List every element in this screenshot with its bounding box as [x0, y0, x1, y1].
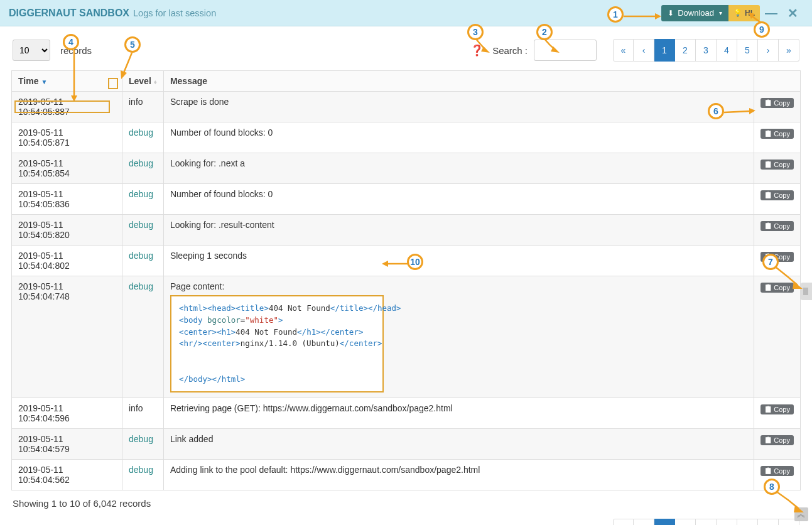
table-row: 2019-05-11 10:54:05:871debugNumber of fo… — [12, 122, 801, 153]
page-2[interactable]: 2 — [675, 519, 696, 525]
copy-button[interactable]: Copy — [761, 404, 794, 414]
table-row: 2019-05-11 10:54:05:887infoScrape is don… — [12, 92, 801, 122]
cell-time: 2019-05-11 10:54:05:871 — [12, 122, 122, 153]
records-select[interactable]: 10 — [13, 40, 50, 61]
scroll-top-button[interactable]: ︽ — [794, 507, 808, 521]
level-badge: debug — [129, 220, 153, 230]
copy-button[interactable]: Copy — [761, 160, 794, 170]
page-nav[interactable]: « — [613, 519, 634, 525]
toolbar: 10 records ❓ Search : «‹12345›» — [0, 26, 812, 68]
page-1[interactable]: 1 — [654, 39, 675, 62]
level-badge: debug — [129, 434, 153, 444]
page-nav[interactable]: › — [758, 39, 779, 62]
panel-subtitle: Logs for last session — [133, 8, 216, 18]
copy-button[interactable]: Copy — [761, 129, 794, 139]
cell-message: Link added — [163, 429, 754, 460]
cell-message: Retrieving page (GET): https://www.digge… — [163, 398, 754, 429]
level-badge: debug — [129, 281, 153, 291]
level-badge: debug — [129, 189, 153, 199]
level-badge: info — [129, 97, 143, 107]
level-badge: debug — [129, 158, 153, 168]
panel-header: DIGGERNAUT SANDBOX Logs for last session… — [0, 0, 812, 26]
search-label: Search : — [492, 45, 528, 56]
page-nav[interactable]: › — [758, 519, 779, 525]
cell-message: Scrape is done — [163, 92, 754, 122]
code-box: <html><head><title>404 Not Found</title>… — [170, 295, 384, 392]
table-row: 2019-05-11 10:54:04:596infoRetrieving pa… — [12, 398, 801, 429]
cell-time: 2019-05-11 10:54:04:579 — [12, 429, 122, 460]
cell-message: Adding link to the pool default: https:/… — [163, 460, 754, 490]
minimize-button[interactable]: — — [760, 6, 782, 20]
cell-message: Page content:<html><head><title>404 Not … — [163, 276, 754, 398]
page-5[interactable]: 5 — [737, 519, 758, 525]
pagination-bottom: «‹12345›» — [613, 519, 799, 525]
cell-message: Looking for: .next a — [163, 153, 754, 184]
page-4[interactable]: 4 — [717, 39, 737, 62]
col-time[interactable]: Time▼ — [12, 71, 122, 92]
page-3[interactable]: 3 — [696, 39, 717, 62]
col-actions — [754, 71, 801, 92]
level-badge: debug — [129, 465, 153, 475]
search-input[interactable] — [534, 40, 597, 61]
cell-time: 2019-05-11 10:54:04:562 — [12, 460, 122, 490]
copy-button[interactable]: Copy — [761, 98, 794, 108]
highlight-button[interactable]: HL — [728, 5, 760, 21]
page-nav[interactable]: ‹ — [634, 519, 654, 525]
page-4[interactable]: 4 — [717, 519, 737, 525]
page-1[interactable]: 1 — [654, 519, 675, 525]
cell-time: 2019-05-11 10:54:04:802 — [12, 246, 122, 276]
table-row: 2019-05-11 10:54:05:836debugNumber of fo… — [12, 184, 801, 215]
copy-button[interactable]: Copy — [761, 466, 794, 476]
panel-title: DIGGERNAUT SANDBOX — [9, 8, 129, 19]
cell-message: Looking for: .result-content — [163, 215, 754, 246]
level-badge: debug — [129, 127, 153, 138]
cell-time: 2019-05-11 10:54:04:596 — [12, 398, 122, 429]
download-button[interactable]: Download — [661, 5, 728, 21]
table-row: 2019-05-11 10:54:04:802debugSleeping 1 s… — [12, 246, 801, 276]
page-5[interactable]: 5 — [737, 39, 758, 62]
cell-message: Number of found blocks: 0 — [163, 122, 754, 153]
page-2[interactable]: 2 — [675, 39, 696, 62]
close-x-button[interactable]: ✕ — [782, 6, 803, 21]
page-nav[interactable]: ‹ — [634, 39, 654, 62]
cell-time: 2019-05-11 10:54:05:854 — [12, 153, 122, 184]
logs-table: Time▼ Level♦ Message 2019-05-11 10:54:05… — [11, 70, 801, 490]
col-level[interactable]: Level♦ — [122, 71, 164, 92]
table-row: 2019-05-11 10:54:05:820debugLooking for:… — [12, 215, 801, 246]
page-nav[interactable]: » — [779, 39, 799, 62]
records-label: records — [60, 45, 92, 56]
cell-time: 2019-05-11 10:54:05:836 — [12, 184, 122, 215]
cell-message: Number of found blocks: 0 — [163, 184, 754, 215]
table-row: 2019-05-11 10:54:04:562debugAdding link … — [12, 460, 801, 490]
copy-button[interactable]: Copy — [761, 252, 794, 262]
cell-time: 2019-05-11 10:54:04:748 — [12, 276, 122, 398]
copy-button[interactable]: Copy — [761, 190, 794, 200]
page-3[interactable]: 3 — [696, 519, 717, 525]
page-nav[interactable]: « — [613, 39, 634, 62]
col-message[interactable]: Message — [163, 71, 754, 92]
table-row: 2019-05-11 10:54:05:854debugLooking for:… — [12, 153, 801, 184]
level-badge: debug — [129, 251, 153, 261]
cell-time: 2019-05-11 10:54:05:820 — [12, 215, 122, 246]
copy-button[interactable]: Copy — [761, 435, 794, 445]
sort-icon: ♦ — [154, 78, 157, 85]
cell-message: Sleeping 1 seconds — [163, 246, 754, 276]
level-badge: info — [129, 403, 143, 413]
table-row: 2019-05-11 10:54:04:748debugPage content… — [12, 276, 801, 398]
search-help-icon[interactable]: ❓ — [470, 44, 484, 57]
pagination-top: «‹12345›» — [613, 39, 799, 62]
table-row: 2019-05-11 10:54:04:579debugLink addedCo… — [12, 429, 801, 460]
copy-button[interactable]: Copy — [761, 283, 794, 293]
count-info: Showing 1 to 10 of 6,042 records — [0, 490, 812, 516]
scrollbar-thumb[interactable] — [801, 283, 812, 300]
cell-time: 2019-05-11 10:54:05:887 — [12, 92, 122, 122]
sort-desc-icon: ▼ — [41, 78, 47, 85]
copy-button[interactable]: Copy — [761, 221, 794, 231]
